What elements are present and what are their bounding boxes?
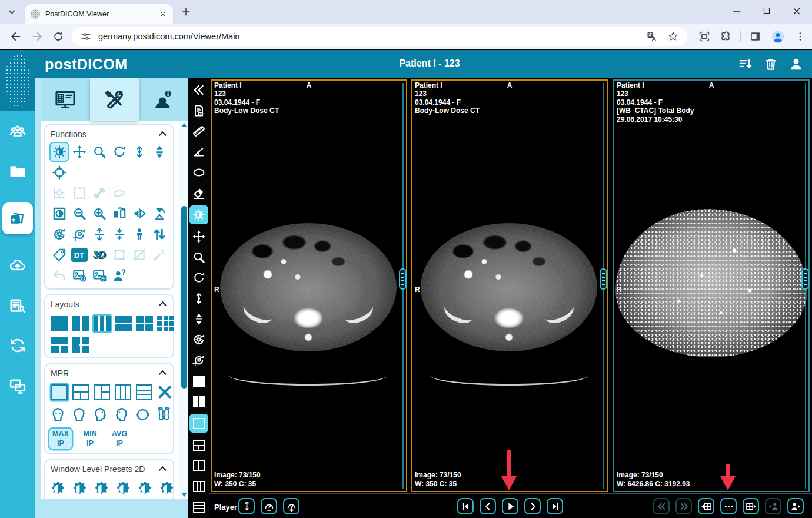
layout-1top-2bottom-button[interactable]: [190, 437, 208, 453]
translate-icon[interactable]: [646, 31, 658, 42]
layout-1top-2bottom[interactable]: [51, 337, 68, 353]
next-series-button[interactable]: [675, 498, 692, 514]
collapse-chevron-icon[interactable]: [159, 466, 167, 474]
cloud-upload-icon[interactable]: [2, 257, 33, 274]
zoom-tool[interactable]: [89, 142, 109, 162]
export-image-tool[interactable]: [69, 265, 89, 285]
collapse-chevron-icon[interactable]: [159, 131, 167, 139]
view-feet-icon[interactable]: [155, 406, 172, 423]
address-bar[interactable]: germany.postdicom.com/Viewer/Main: [72, 27, 687, 46]
collapse-panel-button[interactable]: [190, 82, 208, 98]
scroll-tool[interactable]: [129, 142, 149, 162]
previous-series-button[interactable]: [653, 498, 670, 514]
section-header[interactable]: Window Level Presets 2D: [49, 463, 169, 477]
zoom-tool[interactable]: [190, 249, 208, 265]
layout-1x2[interactable]: [72, 316, 89, 331]
scroll-up-icon[interactable]: [182, 123, 187, 127]
mpr-cross[interactable]: [157, 384, 174, 400]
tab-viewer-display[interactable]: [41, 78, 89, 121]
section-header[interactable]: Functions: [49, 128, 169, 142]
previous-study-button[interactable]: [698, 498, 714, 514]
viewport-scroll-handle[interactable]: [801, 268, 809, 290]
scroll-tool[interactable]: [190, 290, 208, 307]
more-options-button[interactable]: [720, 498, 737, 514]
site-settings-icon[interactable]: [80, 31, 92, 42]
layout-2x1[interactable]: [115, 316, 132, 331]
eraser-tool[interactable]: [190, 185, 208, 201]
mpr-1top-2bottom[interactable]: [72, 384, 89, 400]
mpr-single-button[interactable]: [189, 414, 208, 433]
next-image-button[interactable]: [524, 498, 541, 514]
view-head-back-icon[interactable]: [71, 406, 88, 423]
viewport-3[interactable]: Patient I12303.04.1944 - F[WB_CTAC] Tota…: [612, 78, 811, 493]
report-view-button[interactable]: [190, 102, 208, 119]
section-header[interactable]: Layouts: [49, 298, 169, 312]
folders-icon[interactable]: [2, 162, 33, 180]
ellipse-tool[interactable]: [190, 164, 208, 181]
wl-preset-6[interactable]: [158, 480, 175, 497]
angle-tool[interactable]: [190, 144, 208, 160]
tab-close-icon[interactable]: [159, 10, 167, 18]
bone-tool[interactable]: [89, 183, 109, 203]
layout-1x1[interactable]: [51, 316, 68, 331]
profile-avatar[interactable]: [770, 29, 786, 44]
first-image-button[interactable]: [457, 498, 474, 514]
side-panel-icon[interactable]: [750, 31, 761, 42]
url-text[interactable]: germany.postdicom.com/Viewer/Main: [98, 32, 239, 41]
viewport-scroll-handle[interactable]: [399, 268, 407, 290]
probe-tool[interactable]: [149, 245, 169, 265]
patient-unknown-tool[interactable]: [109, 265, 129, 285]
previous-patient-button[interactable]: [765, 498, 781, 514]
forward-button[interactable]: [31, 30, 44, 43]
layout-1left-2right[interactable]: [72, 337, 89, 353]
select-region-tool[interactable]: [69, 183, 89, 203]
min-ip-button[interactable]: MIN IP: [79, 429, 101, 449]
reset-window-level-tool[interactable]: [69, 224, 89, 244]
maximize-button[interactable]: [761, 5, 772, 17]
pan-tool[interactable]: [190, 228, 208, 245]
speed-up-button[interactable]: [283, 498, 299, 514]
rotate-tool[interactable]: [190, 270, 208, 286]
minimize-button[interactable]: [731, 5, 743, 17]
menu-dots-icon[interactable]: [794, 31, 806, 42]
sync-icon[interactable]: [2, 337, 33, 354]
new-tab-button[interactable]: [180, 6, 192, 18]
view-head-top-icon[interactable]: [134, 406, 151, 423]
last-image-button[interactable]: [547, 498, 563, 514]
wl-preset-5[interactable]: [137, 480, 154, 497]
section-header[interactable]: MPR: [49, 367, 169, 381]
crop-tool[interactable]: [129, 245, 149, 265]
account-icon[interactable]: [788, 57, 804, 72]
save-image-tool[interactable]: [89, 265, 109, 285]
play-button[interactable]: [502, 498, 518, 514]
viewport-2[interactable]: Patient I12303.04.1944 - FBody-Low Dose …: [410, 78, 609, 493]
tab-search-chevron-icon[interactable]: [6, 6, 18, 18]
search-list-icon[interactable]: [2, 297, 33, 314]
expand-vertical-tool[interactable]: [89, 224, 109, 244]
zoom-in-tool[interactable]: [89, 204, 109, 224]
window-level-region-tool[interactable]: [49, 183, 69, 203]
collapse-chevron-icon[interactable]: [159, 370, 167, 378]
sort-download-icon[interactable]: [738, 57, 753, 72]
reset-window-level-button[interactable]: [190, 352, 208, 368]
stack-tool[interactable]: [190, 311, 208, 327]
layout-1x3[interactable]: [94, 316, 111, 331]
remote-screens-icon[interactable]: [2, 377, 33, 394]
bookmark-star-icon[interactable]: [667, 31, 679, 42]
studies-icon[interactable]: [2, 202, 33, 234]
ruler-tool[interactable]: [190, 123, 208, 140]
layout-3x3[interactable]: [157, 316, 174, 331]
tag-tool[interactable]: [49, 245, 69, 265]
rotate-flip-tool[interactable]: [149, 204, 169, 224]
next-patient-button[interactable]: [787, 498, 804, 514]
layout-1x2-button[interactable]: [190, 393, 208, 410]
screen-capture-icon[interactable]: [698, 30, 711, 43]
back-button[interactable]: [9, 30, 22, 43]
trash-icon[interactable]: [763, 57, 778, 72]
layout-3row-button[interactable]: [190, 499, 208, 515]
speed-down-button[interactable]: [261, 498, 277, 514]
pan-tool[interactable]: [69, 142, 89, 162]
mpr-1left-2right[interactable]: [94, 384, 110, 400]
layout-2x2[interactable]: [136, 316, 153, 331]
view-head-right-icon[interactable]: [92, 406, 109, 423]
